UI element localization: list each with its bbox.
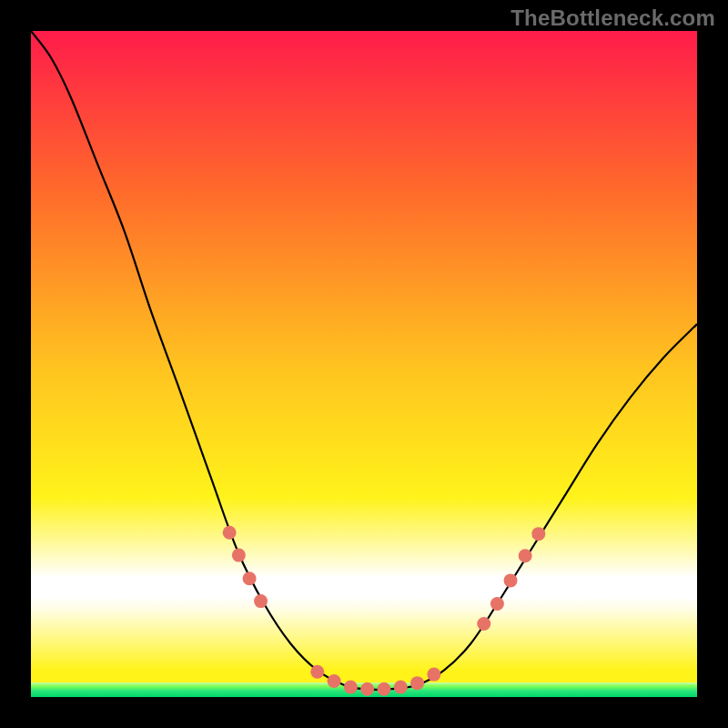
bottleneck-curve bbox=[31, 31, 697, 697]
highlight-dot bbox=[410, 676, 424, 690]
plot-area bbox=[31, 31, 697, 697]
highlight-dot bbox=[243, 571, 257, 585]
highlight-dot bbox=[344, 681, 358, 694]
highlight-dot bbox=[328, 674, 341, 688]
highlight-dot bbox=[427, 668, 440, 682]
highlight-dot bbox=[377, 682, 390, 696]
highlight-dot bbox=[394, 681, 408, 694]
highlight-dot bbox=[477, 617, 490, 631]
highlight-dot bbox=[254, 594, 268, 608]
chart-frame: TheBottleneck.com bbox=[0, 0, 728, 728]
highlight-dot bbox=[360, 682, 374, 696]
watermark-text: TheBottleneck.com bbox=[511, 5, 715, 31]
highlight-dot bbox=[223, 526, 237, 540]
highlight-dot bbox=[310, 665, 324, 679]
highlight-dot bbox=[232, 549, 246, 562]
highlight-dot bbox=[519, 549, 532, 562]
highlight-dot bbox=[504, 573, 518, 587]
highlight-dot bbox=[490, 597, 504, 611]
highlight-dot bbox=[531, 527, 545, 541]
